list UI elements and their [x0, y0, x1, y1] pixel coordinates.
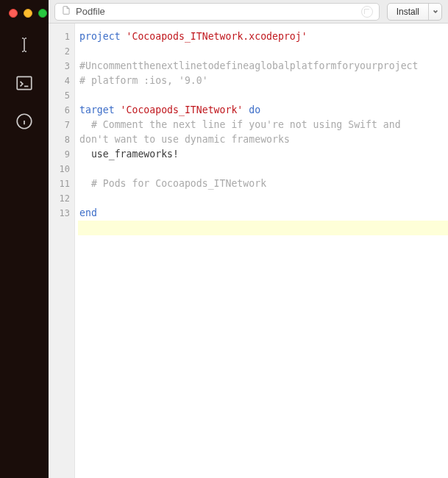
code-area[interactable]: project 'Cocoapods_ITNetwork.xcodeproj'#…	[75, 24, 448, 478]
file-icon	[61, 5, 71, 18]
code-line[interactable]	[78, 162, 448, 176]
code-line[interactable]: # Comment the next line if you're not us…	[78, 118, 448, 132]
code-line[interactable]	[78, 221, 448, 235]
line-number: 9	[49, 147, 70, 162]
line-number: 2	[49, 44, 70, 59]
line-number: 13	[49, 206, 70, 221]
line-number: 6	[49, 103, 70, 118]
code-line[interactable]	[78, 88, 448, 103]
code-line[interactable]	[78, 191, 448, 206]
window-maximize-button[interactable]	[38, 9, 47, 18]
svg-rect-0	[17, 76, 32, 89]
activity-sidebar	[0, 0, 49, 478]
terminal-icon[interactable]	[13, 72, 35, 94]
window-traffic-lights	[0, 9, 47, 18]
loading-spinner-icon	[361, 6, 373, 18]
line-number: 3	[49, 59, 70, 74]
line-number: 12	[49, 191, 70, 206]
install-button[interactable]: Install	[388, 4, 428, 20]
toolbar: Podfile Install	[49, 0, 448, 24]
code-line[interactable]: # Pods for Cocoapods_ITNetwork	[78, 176, 448, 191]
info-icon[interactable]	[13, 110, 35, 132]
install-dropdown-button[interactable]	[428, 4, 441, 20]
line-number: 4	[49, 74, 70, 88]
chevron-down-icon	[433, 9, 438, 15]
code-line[interactable]: don't want to use dynamic frameworks	[78, 132, 448, 147]
code-line[interactable]: end	[78, 206, 448, 221]
cursor-icon[interactable]	[13, 34, 35, 56]
line-number-gutter: 12345678910111213	[49, 24, 75, 478]
code-line[interactable]: use_frameworks!	[78, 147, 448, 162]
line-number: 5	[49, 88, 70, 103]
editor: 12345678910111213 project 'Cocoapods_ITN…	[49, 24, 448, 478]
window-close-button[interactable]	[9, 9, 18, 18]
line-number: 1	[49, 29, 70, 44]
install-button-group: Install	[387, 3, 442, 21]
code-line[interactable]: # platform :ios, '9.0'	[78, 74, 448, 88]
code-line[interactable]: project 'Cocoapods_ITNetwork.xcodeproj'	[78, 29, 448, 44]
main-pane: Podfile Install 12345678910111213 projec…	[49, 0, 448, 478]
line-number: 10	[49, 162, 70, 176]
code-line[interactable]: #Uncommentthenextlinetodefineaglobalplat…	[78, 59, 448, 74]
file-tab-label: Podfile	[76, 6, 357, 17]
file-tab[interactable]: Podfile	[54, 3, 380, 21]
line-number: 11	[49, 176, 70, 191]
line-number: 8	[49, 132, 70, 147]
code-line[interactable]	[78, 44, 448, 59]
code-line[interactable]: target 'Cocoapods_ITNetwork' do	[78, 103, 448, 118]
line-number: 7	[49, 118, 70, 132]
window-minimize-button[interactable]	[24, 9, 32, 18]
